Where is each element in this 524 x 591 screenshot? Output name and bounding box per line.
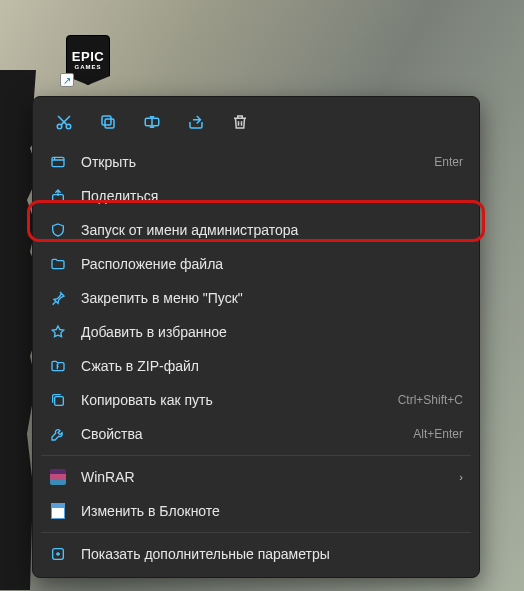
menu-run-admin-label: Запуск от имени администратора bbox=[81, 222, 463, 238]
menu-properties-label: Свойства bbox=[81, 426, 399, 442]
menu-edit-notepad[interactable]: Изменить в Блокноте bbox=[33, 494, 479, 528]
svg-rect-7 bbox=[55, 397, 64, 406]
zip-icon bbox=[49, 357, 67, 375]
menu-edit-notepad-label: Изменить в Блокноте bbox=[81, 503, 463, 519]
copy-button[interactable] bbox=[91, 107, 125, 137]
wrench-icon bbox=[49, 425, 67, 443]
menu-add-favorite[interactable]: Добавить в избранное bbox=[33, 315, 479, 349]
rename-button[interactable] bbox=[135, 107, 169, 137]
menu-compress-zip[interactable]: Сжать в ZIP-файл bbox=[33, 349, 479, 383]
menu-add-favorite-label: Добавить в избранное bbox=[81, 324, 463, 340]
menu-separator bbox=[41, 532, 471, 533]
epic-icon-text1: EPIC bbox=[72, 50, 104, 63]
menu-copy-path[interactable]: Копировать как путь Ctrl+Shift+C bbox=[33, 383, 479, 417]
menu-properties-shortcut: Alt+Enter bbox=[413, 427, 463, 441]
svg-rect-3 bbox=[102, 116, 111, 125]
menu-pin-start-label: Закрепить в меню "Пуск" bbox=[81, 290, 463, 306]
open-icon bbox=[49, 153, 67, 171]
menu-open-label: Открыть bbox=[81, 154, 420, 170]
menu-winrar-label: WinRAR bbox=[81, 469, 437, 485]
cut-button[interactable] bbox=[47, 107, 81, 137]
pin-icon bbox=[49, 289, 67, 307]
menu-share-label: Поделиться bbox=[81, 188, 463, 204]
menu-properties[interactable]: Свойства Alt+Enter bbox=[33, 417, 479, 451]
chevron-right-icon: › bbox=[451, 471, 463, 483]
menu-show-more-label: Показать дополнительные параметры bbox=[81, 546, 463, 562]
svg-rect-5 bbox=[52, 157, 64, 166]
shield-icon bbox=[49, 221, 67, 239]
svg-point-1 bbox=[66, 124, 71, 129]
menu-file-location-label: Расположение файла bbox=[81, 256, 463, 272]
folder-icon bbox=[49, 255, 67, 273]
menu-show-more[interactable]: Показать дополнительные параметры bbox=[33, 537, 479, 571]
star-icon bbox=[49, 323, 67, 341]
share-icon bbox=[49, 187, 67, 205]
menu-open-shortcut: Enter bbox=[434, 155, 463, 169]
menu-share[interactable]: Поделиться bbox=[33, 179, 479, 213]
epic-icon-text2: GAMES bbox=[74, 64, 101, 70]
menu-copy-path-shortcut: Ctrl+Shift+C bbox=[398, 393, 463, 407]
menu-file-location[interactable]: Расположение файла bbox=[33, 247, 479, 281]
menu-open[interactable]: Открыть Enter bbox=[33, 145, 479, 179]
share-button[interactable] bbox=[179, 107, 213, 137]
menu-run-admin[interactable]: Запуск от имени администратора bbox=[33, 213, 479, 247]
menu-separator bbox=[41, 455, 471, 456]
context-toolbar bbox=[33, 103, 479, 145]
menu-winrar[interactable]: WinRAR › bbox=[33, 460, 479, 494]
svg-rect-2 bbox=[105, 119, 114, 128]
delete-button[interactable] bbox=[223, 107, 257, 137]
winrar-icon bbox=[49, 468, 67, 486]
menu-compress-zip-label: Сжать в ZIP-файл bbox=[81, 358, 463, 374]
copy-path-icon bbox=[49, 391, 67, 409]
more-options-icon bbox=[49, 545, 67, 563]
shortcut-overlay-icon: ↗ bbox=[60, 73, 74, 87]
context-menu: Открыть Enter Поделиться Запуск от имени… bbox=[32, 96, 480, 578]
menu-pin-start[interactable]: Закрепить в меню "Пуск" bbox=[33, 281, 479, 315]
svg-point-0 bbox=[57, 124, 62, 129]
notepad-icon bbox=[49, 502, 67, 520]
menu-copy-path-label: Копировать как путь bbox=[81, 392, 384, 408]
